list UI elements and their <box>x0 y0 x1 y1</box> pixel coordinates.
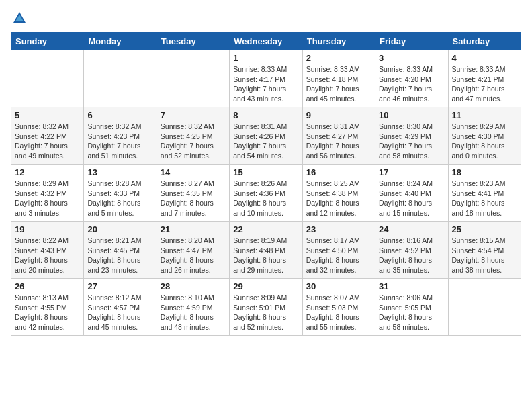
day-number: 15 <box>233 167 298 177</box>
day-info: Sunrise: 8:07 AMSunset: 5:03 PMDaylight:… <box>306 293 371 332</box>
calendar-day-header: Friday <box>375 33 448 50</box>
day-number: 26 <box>15 281 80 291</box>
day-info: Sunrise: 8:06 AMSunset: 5:05 PMDaylight:… <box>379 293 444 332</box>
calendar-cell <box>448 279 521 336</box>
calendar-cell <box>84 50 157 107</box>
calendar-cell: 31Sunrise: 8:06 AMSunset: 5:05 PMDayligh… <box>375 279 448 336</box>
day-info: Sunrise: 8:31 AMSunset: 4:27 PMDaylight:… <box>306 122 371 161</box>
calendar-cell: 3Sunrise: 8:33 AMSunset: 4:20 PMDaylight… <box>375 50 448 107</box>
calendar-cell: 2Sunrise: 8:33 AMSunset: 4:18 PMDaylight… <box>302 50 375 107</box>
day-number: 16 <box>306 167 371 177</box>
day-number: 3 <box>379 53 444 63</box>
calendar-cell: 22Sunrise: 8:19 AMSunset: 4:48 PMDayligh… <box>230 222 302 279</box>
day-info: Sunrise: 8:09 AMSunset: 5:01 PMDaylight:… <box>233 293 298 332</box>
calendar-week-row: 12Sunrise: 8:29 AMSunset: 4:32 PMDayligh… <box>11 165 521 222</box>
day-number: 14 <box>161 167 226 177</box>
day-info: Sunrise: 8:22 AMSunset: 4:43 PMDaylight:… <box>15 236 80 275</box>
day-info: Sunrise: 8:32 AMSunset: 4:23 PMDaylight:… <box>87 122 152 161</box>
day-number: 20 <box>87 224 152 234</box>
day-info: Sunrise: 8:15 AMSunset: 4:54 PMDaylight:… <box>452 236 517 275</box>
day-number: 4 <box>452 53 517 63</box>
calendar-header-row: SundayMondayTuesdayWednesdayThursdayFrid… <box>11 33 521 50</box>
calendar-cell: 9Sunrise: 8:31 AMSunset: 4:27 PMDaylight… <box>302 107 375 165</box>
day-number: 27 <box>87 281 152 291</box>
calendar-cell: 18Sunrise: 8:23 AMSunset: 4:41 PMDayligh… <box>448 165 521 222</box>
page-header <box>11 11 521 26</box>
day-info: Sunrise: 8:32 AMSunset: 4:25 PMDaylight:… <box>161 122 226 161</box>
calendar-day-header: Saturday <box>448 33 521 50</box>
calendar-cell: 15Sunrise: 8:26 AMSunset: 4:36 PMDayligh… <box>230 165 302 222</box>
calendar-day-header: Tuesday <box>157 33 229 50</box>
day-info: Sunrise: 8:33 AMSunset: 4:21 PMDaylight:… <box>452 64 517 104</box>
day-info: Sunrise: 8:28 AMSunset: 4:33 PMDaylight:… <box>87 179 152 218</box>
day-number: 28 <box>161 281 226 291</box>
day-number: 11 <box>452 110 517 120</box>
calendar-cell: 13Sunrise: 8:28 AMSunset: 4:33 PMDayligh… <box>84 165 157 222</box>
day-info: Sunrise: 8:24 AMSunset: 4:40 PMDaylight:… <box>379 179 444 218</box>
calendar-cell: 30Sunrise: 8:07 AMSunset: 5:03 PMDayligh… <box>302 279 375 336</box>
calendar-cell: 23Sunrise: 8:17 AMSunset: 4:50 PMDayligh… <box>302 222 375 279</box>
day-info: Sunrise: 8:16 AMSunset: 4:52 PMDaylight:… <box>379 236 444 275</box>
day-number: 9 <box>306 110 371 120</box>
calendar-cell: 19Sunrise: 8:22 AMSunset: 4:43 PMDayligh… <box>11 222 84 279</box>
day-info: Sunrise: 8:17 AMSunset: 4:50 PMDaylight:… <box>306 236 371 275</box>
day-number: 31 <box>379 281 444 291</box>
calendar-cell: 12Sunrise: 8:29 AMSunset: 4:32 PMDayligh… <box>11 165 84 222</box>
calendar-cell: 6Sunrise: 8:32 AMSunset: 4:23 PMDaylight… <box>84 107 157 165</box>
calendar-cell: 7Sunrise: 8:32 AMSunset: 4:25 PMDaylight… <box>157 107 229 165</box>
day-number: 10 <box>379 110 444 120</box>
day-number: 6 <box>87 110 152 120</box>
day-number: 2 <box>306 53 371 63</box>
day-info: Sunrise: 8:19 AMSunset: 4:48 PMDaylight:… <box>233 236 298 275</box>
day-info: Sunrise: 8:23 AMSunset: 4:41 PMDaylight:… <box>452 179 517 218</box>
calendar-week-row: 19Sunrise: 8:22 AMSunset: 4:43 PMDayligh… <box>11 222 521 279</box>
calendar-cell: 10Sunrise: 8:30 AMSunset: 4:29 PMDayligh… <box>375 107 448 165</box>
calendar-day-header: Wednesday <box>230 33 302 50</box>
day-number: 5 <box>15 110 80 120</box>
day-info: Sunrise: 8:33 AMSunset: 4:17 PMDaylight:… <box>233 64 298 104</box>
day-number: 24 <box>379 224 444 234</box>
calendar-cell: 16Sunrise: 8:25 AMSunset: 4:38 PMDayligh… <box>302 165 375 222</box>
calendar-week-row: 26Sunrise: 8:13 AMSunset: 4:55 PMDayligh… <box>11 279 521 336</box>
calendar-cell: 21Sunrise: 8:20 AMSunset: 4:47 PMDayligh… <box>157 222 229 279</box>
calendar-week-row: 1Sunrise: 8:33 AMSunset: 4:17 PMDaylight… <box>11 50 521 107</box>
calendar-cell: 11Sunrise: 8:29 AMSunset: 4:30 PMDayligh… <box>448 107 521 165</box>
day-number: 30 <box>306 281 371 291</box>
calendar-cell: 17Sunrise: 8:24 AMSunset: 4:40 PMDayligh… <box>375 165 448 222</box>
day-number: 7 <box>161 110 226 120</box>
day-info: Sunrise: 8:29 AMSunset: 4:32 PMDaylight:… <box>15 179 80 218</box>
day-info: Sunrise: 8:13 AMSunset: 4:55 PMDaylight:… <box>15 293 80 332</box>
day-info: Sunrise: 8:30 AMSunset: 4:29 PMDaylight:… <box>379 122 444 161</box>
day-number: 17 <box>379 167 444 177</box>
day-number: 22 <box>233 224 298 234</box>
day-number: 8 <box>233 110 298 120</box>
day-info: Sunrise: 8:29 AMSunset: 4:30 PMDaylight:… <box>452 122 517 161</box>
calendar-cell: 5Sunrise: 8:32 AMSunset: 4:22 PMDaylight… <box>11 107 84 165</box>
calendar-cell <box>157 50 229 107</box>
day-number: 23 <box>306 224 371 234</box>
calendar-cell: 1Sunrise: 8:33 AMSunset: 4:17 PMDaylight… <box>230 50 302 107</box>
calendar-day-header: Monday <box>84 33 157 50</box>
day-info: Sunrise: 8:10 AMSunset: 4:59 PMDaylight:… <box>161 293 226 332</box>
day-info: Sunrise: 8:25 AMSunset: 4:38 PMDaylight:… <box>306 179 371 218</box>
day-info: Sunrise: 8:21 AMSunset: 4:45 PMDaylight:… <box>87 236 152 275</box>
day-info: Sunrise: 8:27 AMSunset: 4:35 PMDaylight:… <box>161 179 226 218</box>
calendar-cell: 8Sunrise: 8:31 AMSunset: 4:26 PMDaylight… <box>230 107 302 165</box>
calendar-cell: 24Sunrise: 8:16 AMSunset: 4:52 PMDayligh… <box>375 222 448 279</box>
day-number: 25 <box>452 224 517 234</box>
day-number: 29 <box>233 281 298 291</box>
day-info: Sunrise: 8:20 AMSunset: 4:47 PMDaylight:… <box>161 236 226 275</box>
calendar-cell: 26Sunrise: 8:13 AMSunset: 4:55 PMDayligh… <box>11 279 84 336</box>
day-info: Sunrise: 8:33 AMSunset: 4:20 PMDaylight:… <box>379 64 444 104</box>
calendar-cell: 4Sunrise: 8:33 AMSunset: 4:21 PMDaylight… <box>448 50 521 107</box>
day-number: 1 <box>233 53 298 63</box>
day-info: Sunrise: 8:26 AMSunset: 4:36 PMDaylight:… <box>233 179 298 218</box>
day-info: Sunrise: 8:12 AMSunset: 4:57 PMDaylight:… <box>87 293 152 332</box>
day-number: 21 <box>161 224 226 234</box>
calendar-cell: 14Sunrise: 8:27 AMSunset: 4:35 PMDayligh… <box>157 165 229 222</box>
calendar-cell: 25Sunrise: 8:15 AMSunset: 4:54 PMDayligh… <box>448 222 521 279</box>
calendar-cell <box>11 50 84 107</box>
day-number: 18 <box>452 167 517 177</box>
calendar-cell: 29Sunrise: 8:09 AMSunset: 5:01 PMDayligh… <box>230 279 302 336</box>
logo <box>11 11 27 26</box>
